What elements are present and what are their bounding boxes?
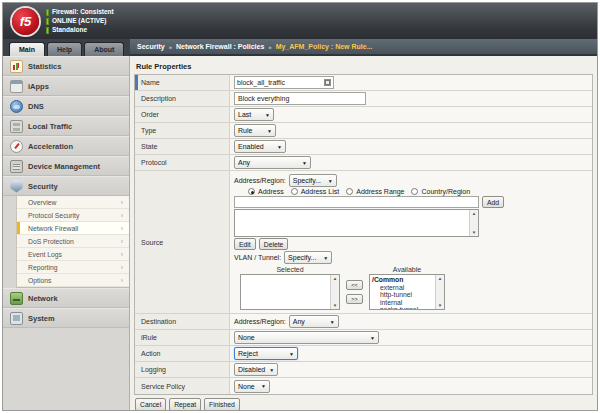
row-state: State Enabled ▼: [135, 139, 592, 155]
sidebar-item-label: Statistics: [28, 62, 61, 71]
submenu-item-label: Overview: [28, 199, 56, 206]
sidebar-item-statistics[interactable]: Statistics: [3, 56, 129, 76]
f5-bigip-window: f5 Firewall: Consistent ONLINE (ACTIVE) …: [2, 2, 598, 411]
name-input-value: block_all_traffic: [237, 79, 285, 86]
order-label: Order: [135, 107, 230, 122]
submenu-item-protocol-security[interactable]: Protocol Security ›: [17, 209, 129, 222]
scroll-up-icon[interactable]: ▲: [333, 276, 337, 281]
source-address-listbox[interactable]: ▲ ▼: [234, 209, 479, 237]
scroll-up-icon[interactable]: ▲: [438, 276, 442, 281]
name-input[interactable]: block_all_traffic: [234, 76, 334, 89]
destination-address-region-label: Address/Region:: [234, 318, 286, 325]
available-item-internal[interactable]: internal: [372, 299, 433, 307]
vlan-available-listbox[interactable]: /Common external http-tunnel internal so…: [369, 274, 445, 310]
tab-about[interactable]: About: [84, 42, 124, 56]
vlan-selected-listbox[interactable]: ▲ ▼: [240, 274, 340, 310]
sidebar-item-iapps[interactable]: iApps: [3, 76, 129, 96]
available-item-http-tunnel[interactable]: http-tunnel: [372, 291, 433, 299]
radio-address-list[interactable]: [291, 188, 298, 195]
breadcrumb-page[interactable]: Network Firewall : Policies: [176, 43, 264, 50]
listbox-scrollbar[interactable]: ▲ ▼: [435, 275, 444, 309]
cancel-button[interactable]: Cancel: [135, 398, 166, 410]
sidebar-item-dns[interactable]: DNS: [3, 96, 129, 116]
logging-select[interactable]: Disabled ▼: [234, 363, 278, 376]
listbox-scrollbar[interactable]: ▲ ▼: [330, 275, 339, 309]
iapps-icon: [10, 80, 23, 93]
radio-address[interactable]: [248, 188, 255, 195]
sidebar-item-security[interactable]: Security: [3, 176, 129, 196]
submenu-item-label: Event Logs: [28, 251, 62, 258]
irule-select[interactable]: None ▼: [234, 331, 379, 344]
available-item-external[interactable]: external: [372, 284, 433, 292]
repeat-button[interactable]: Repeat: [169, 398, 201, 410]
selected-header: Selected: [276, 266, 303, 273]
chevron-right-icon: ›: [121, 264, 123, 271]
row-service-policy: Service Policy None ▼: [135, 378, 592, 394]
sidebar-item-system[interactable]: System: [3, 308, 129, 328]
scroll-up-icon[interactable]: ▲: [472, 211, 476, 216]
submenu-item-overview[interactable]: Overview ›: [17, 196, 129, 209]
submenu-item-reporting[interactable]: Reporting ›: [17, 261, 129, 274]
finished-button[interactable]: Finished: [204, 398, 240, 410]
device-status-block: Firewall: Consistent ONLINE (ACTIVE) Sta…: [46, 8, 114, 34]
logging-label: Logging: [135, 362, 230, 377]
row-order: Order Last ▼: [135, 107, 592, 123]
source-address-input[interactable]: [234, 196, 479, 208]
service-policy-select[interactable]: None ▼: [234, 380, 270, 393]
submenu-item-label: Network Firewall: [28, 225, 78, 232]
submenu-item-dos-protection[interactable]: DoS Protection ›: [17, 235, 129, 248]
source-delete-button[interactable]: Delete: [259, 238, 289, 250]
service-policy-select-value: None: [238, 383, 255, 390]
submenu-item-label: DoS Protection: [28, 238, 74, 245]
listbox-scrollbar[interactable]: ▲ ▼: [469, 210, 478, 236]
move-left-button[interactable]: <<: [346, 280, 363, 290]
available-item-socks-tunnel[interactable]: socks-tunnel: [372, 306, 433, 309]
irule-select-value: None: [238, 334, 255, 341]
field-indicator-icon[interactable]: [324, 79, 331, 86]
vlan-available-list-body: /Common external http-tunnel internal so…: [370, 275, 435, 309]
available-group-common: /Common: [372, 276, 433, 284]
vlan-tunnel-select[interactable]: Specify... ▼: [284, 251, 332, 264]
sidebar-item-label: Local Traffic: [28, 122, 72, 131]
action-label: Action: [135, 346, 230, 361]
sidebar-item-device-management[interactable]: Device Management: [3, 156, 129, 176]
source-address-type-radios: Address Address List Address Range Count…: [248, 188, 475, 195]
destination-address-region-select[interactable]: Any ▼: [289, 315, 339, 328]
tab-help[interactable]: Help: [47, 42, 82, 56]
source-add-button[interactable]: Add: [482, 196, 504, 208]
sidebar-item-acceleration[interactable]: Acceleration: [3, 136, 129, 156]
vlan-dual-list: Selected ▲ ▼: [240, 266, 445, 310]
irule-label: iRule: [135, 330, 230, 345]
row-irule: iRule None ▼: [135, 330, 592, 346]
state-select[interactable]: Enabled ▼: [234, 140, 286, 153]
system-monitor-icon: [10, 312, 23, 325]
move-right-button[interactable]: >>: [346, 294, 363, 304]
scroll-down-icon[interactable]: ▼: [438, 303, 442, 308]
row-type: Type Rule ▼: [135, 123, 592, 139]
scroll-down-icon[interactable]: ▼: [472, 230, 476, 235]
scroll-down-icon[interactable]: ▼: [333, 303, 337, 308]
submenu-item-event-logs[interactable]: Event Logs ›: [17, 248, 129, 261]
source-address-region-value: Specify...: [293, 177, 321, 184]
sidebar-item-label: System: [28, 314, 55, 323]
order-select[interactable]: Last ▼: [234, 108, 274, 121]
radio-address-range[interactable]: [346, 188, 353, 195]
row-protocol: Protocol Any ▼: [135, 155, 592, 171]
radio-country-region[interactable]: [411, 188, 418, 195]
security-shield-icon: [10, 180, 23, 193]
source-address-region-select[interactable]: Specify... ▼: [289, 174, 337, 187]
sidebar-item-local-traffic[interactable]: Local Traffic: [3, 116, 129, 136]
breadcrumb-separator: »: [268, 44, 271, 50]
action-select[interactable]: Reject ▼: [234, 347, 298, 360]
tab-main[interactable]: Main: [9, 42, 45, 56]
description-input[interactable]: Block everything: [234, 92, 366, 105]
submenu-item-network-firewall[interactable]: Network Firewall ›: [17, 222, 129, 235]
breadcrumb-section[interactable]: Security: [137, 43, 165, 50]
sidebar-item-network[interactable]: Network: [3, 288, 129, 308]
source-edit-button[interactable]: Edit: [234, 238, 256, 250]
dropdown-arrow-icon: ▼: [330, 319, 335, 325]
submenu-item-options[interactable]: Options ›: [17, 274, 129, 287]
protocol-select[interactable]: Any ▼: [234, 156, 311, 169]
type-select[interactable]: Rule ▼: [234, 124, 276, 137]
status-online: ONLINE (ACTIVE): [52, 17, 107, 25]
